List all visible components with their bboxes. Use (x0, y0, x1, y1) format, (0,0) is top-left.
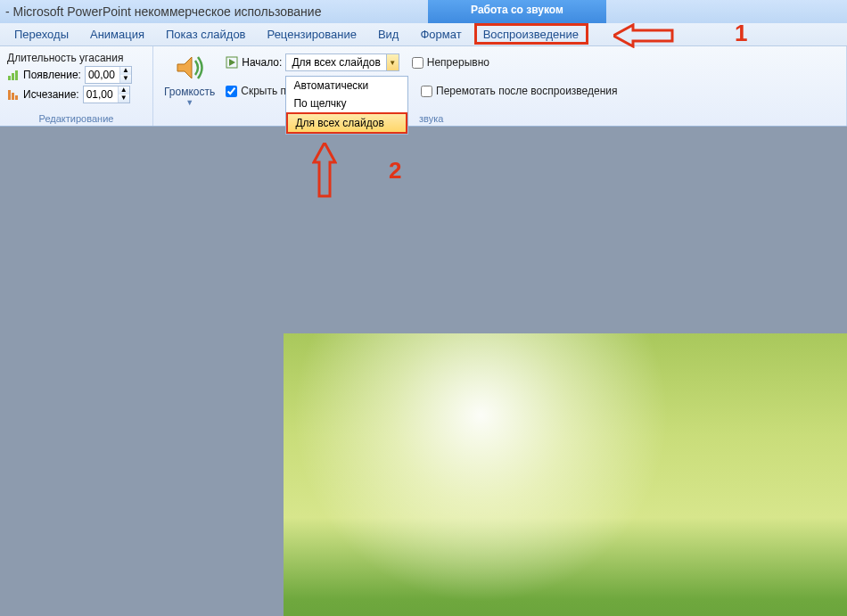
chevron-down-icon: ▼ (164, 98, 215, 107)
tab-slideshow[interactable]: Показ слайдов (155, 24, 257, 45)
svg-rect-1 (12, 73, 14, 80)
fadein-spinner[interactable]: ▲▼ (85, 66, 132, 84)
tab-animation[interactable]: Анимация (79, 24, 155, 45)
group-fade-footer: Редактирование (7, 111, 145, 124)
annotation-label-2: 2 (389, 157, 401, 185)
tab-playback[interactable]: Воспроизведение (473, 24, 589, 45)
loop-checkbox-row[interactable]: Непрерывно (412, 56, 489, 69)
start-icon (226, 56, 238, 69)
slide[interactable] (284, 333, 847, 616)
hide-checkbox-row[interactable]: Скрыть п (226, 85, 286, 97)
ribbon-tabs: Переходы Анимация Показ слайдов Рецензир… (0, 23, 847, 46)
fadeout-label: Исчезание: (23, 88, 79, 101)
spin-down-icon[interactable]: ▼ (119, 94, 129, 103)
svg-rect-3 (8, 90, 11, 100)
hide-label: Скрыть п (241, 85, 286, 97)
slide-image (284, 333, 847, 616)
start-combo[interactable]: Для всех слайдов ▼ (285, 53, 399, 71)
svg-rect-2 (15, 70, 18, 80)
contextual-tab-audio: Работа со звуком (428, 0, 606, 23)
fadein-label: Появление: (23, 69, 81, 81)
fadeout-icon (7, 88, 20, 101)
ribbon-body: Длительность угасания Появление: ▲▼ Исче… (0, 46, 847, 127)
svg-rect-4 (12, 93, 14, 100)
annotation-label-1: 1 (735, 20, 747, 47)
volume-button[interactable]: Громкость ▼ (160, 50, 218, 107)
spin-down-icon[interactable]: ▼ (120, 75, 131, 83)
tab-format[interactable]: Формат (409, 24, 472, 45)
rewind-label: Перемотать после воспроизведения (436, 85, 617, 97)
group-audio-options: Громкость ▼ Начало: Для всех слайдов ▼ (153, 46, 847, 126)
svg-rect-0 (8, 76, 11, 80)
fadeout-input[interactable] (84, 86, 118, 103)
volume-label: Громкость (164, 86, 215, 98)
tab-view[interactable]: Вид (367, 24, 410, 45)
app-title: - Microsoft PowerPoint некоммерческое ис… (5, 4, 321, 19)
svg-marker-8 (229, 59, 235, 66)
svg-marker-6 (177, 57, 192, 78)
hide-checkbox[interactable] (226, 86, 237, 97)
dd-item-click[interactable]: По щелчку (286, 94, 407, 112)
title-bar: - Microsoft PowerPoint некоммерческое ис… (0, 0, 847, 23)
chevron-down-icon[interactable]: ▼ (386, 54, 399, 70)
loop-label: Непрерывно (427, 56, 489, 69)
fade-duration-title: Длительность угасания (7, 52, 145, 64)
start-combo-value: Для всех слайдов (286, 56, 385, 69)
start-label: Начало: (242, 56, 282, 69)
rewind-checkbox[interactable] (421, 86, 432, 97)
loop-checkbox[interactable] (412, 57, 424, 69)
dd-item-all-slides[interactable]: Для всех слайдов (286, 112, 407, 134)
fadeout-spinner[interactable]: ▲▼ (83, 86, 130, 103)
dd-item-auto[interactable]: Автоматически (286, 77, 407, 94)
rewind-checkbox-row[interactable]: Перемотать после воспроизведения (421, 85, 617, 97)
start-dropdown: Автоматически По щелчку Для всех слайдов (285, 76, 408, 135)
group-fade: Длительность угасания Появление: ▲▼ Исче… (0, 46, 153, 126)
speaker-icon (174, 52, 206, 84)
slide-canvas (0, 127, 847, 616)
fadein-input[interactable] (86, 67, 119, 83)
tab-transitions[interactable]: Переходы (4, 24, 79, 45)
svg-rect-5 (15, 95, 18, 100)
tab-review[interactable]: Рецензирование (257, 24, 367, 45)
group-audio-footer: звука (160, 111, 839, 124)
fadein-icon (7, 69, 20, 81)
